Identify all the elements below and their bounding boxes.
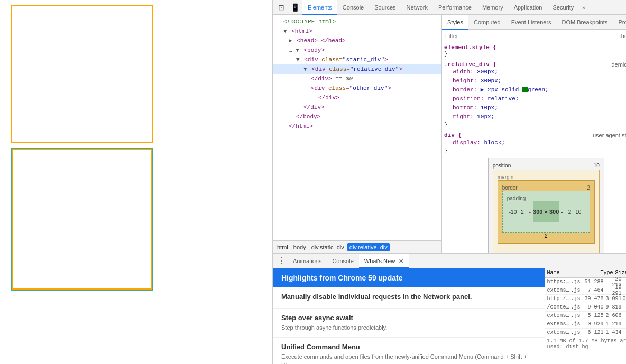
styles-panel: Styles Computed Event Listeners DOM Brea… xyxy=(442,15,626,253)
tab-console[interactable]: Console xyxy=(337,0,369,15)
relative-div-inner-highlight xyxy=(12,149,152,290)
tab-event-listeners[interactable]: Event Listeners xyxy=(506,15,557,30)
margin-bottom-val: - xyxy=(498,244,595,249)
html-line-close-other[interactable]: </div> xyxy=(273,93,441,102)
box-model-padding: padding - -10 2 - xyxy=(502,191,590,233)
whats-new-item-1: Manually disable individual requests in … xyxy=(273,287,545,309)
drawer-tab-animations[interactable]: Animations xyxy=(288,254,327,268)
elements-breadcrumb: html body div.static_div div.relative_di… xyxy=(273,240,441,253)
dom-tree[interactable]: <!DOCTYPE html> ▼ <html> ▶ <head>…</head… xyxy=(273,15,441,240)
html-line-relative-div[interactable]: ▼ <div class="relative_div"> xyxy=(273,64,441,74)
whats-new-desc-3: Execute commands and open files from the… xyxy=(281,353,536,364)
doctype-text: <!DOCTYPE html> xyxy=(283,18,336,25)
box-model-content: 300 × 300 xyxy=(533,201,559,222)
color-swatch-green xyxy=(522,87,528,92)
tab-styles[interactable]: Styles xyxy=(442,15,468,30)
whats-new-desc-2: Step through async functions predictably… xyxy=(281,324,536,332)
cursor-icon[interactable]: ⊡ xyxy=(275,1,288,14)
collapse-html-icon[interactable]: ▼ xyxy=(283,28,287,34)
drawer-tab-console[interactable]: Console xyxy=(327,254,358,268)
hov-label[interactable]: :hov xyxy=(620,33,626,39)
breadcrumb-static-div[interactable]: div.static_div xyxy=(309,243,346,251)
box-model-diagram: position -10 margin - xyxy=(488,158,604,253)
padding-right-num: - xyxy=(559,209,565,215)
breadcrumb-body[interactable]: body xyxy=(291,243,308,251)
html-line-static-div[interactable]: ▼ <div class="static_div"> xyxy=(273,55,441,64)
network-row-6: extensions://tes... .js 0 929 1 219 35.0… xyxy=(545,320,626,329)
prop-display: display: block; xyxy=(444,138,626,147)
html-line-close-static[interactable]: </div> xyxy=(273,102,441,112)
padding-left-num: - xyxy=(527,209,533,215)
elements-panel: <!DOCTYPE html> ▼ <html> ▶ <head>…</head… xyxy=(273,15,442,253)
devtools-menu-icon[interactable]: ⋮ xyxy=(622,1,626,14)
whats-new-item-2: Step over async await Step through async… xyxy=(273,309,545,338)
styles-filter-controls: :hov .cls + xyxy=(620,33,626,39)
html-line-other-div[interactable]: <div class="other_div"> xyxy=(273,83,441,93)
breadcrumb-html[interactable]: html xyxy=(275,243,290,251)
tab-application[interactable]: Application xyxy=(509,0,548,15)
html-line-close-html[interactable]: </html> xyxy=(273,122,441,131)
drawer-tab-whats-new[interactable]: What's New ✕ xyxy=(359,254,409,268)
element-style-selector: element.style { xyxy=(444,44,626,51)
box-model-position-row: position -10 xyxy=(493,163,600,169)
drawer-menu-icon[interactable]: ⋮ xyxy=(275,255,288,267)
border-label: border xyxy=(502,185,518,191)
prop-right: right: 10px; xyxy=(444,113,626,122)
html-line-close-body[interactable]: </body> xyxy=(273,112,441,122)
box-model-side-nums: -10 2 - 300 × 300 xyxy=(507,201,585,222)
tab-security[interactable]: Security xyxy=(547,0,579,15)
styles-filter-bar: :hov .cls + xyxy=(442,30,626,42)
html-line-body[interactable]: … ▼ <body> xyxy=(273,45,441,55)
collapse-head-icon[interactable]: ▶ xyxy=(289,38,292,44)
browser-viewport xyxy=(0,0,272,364)
style-rule-div-ua: div { user agent stylesheet display: blo… xyxy=(444,132,626,154)
network-side-panel: Name Type Size Time % https://cdn... .js… xyxy=(545,268,626,364)
html-line-head[interactable]: ▶ <head>…</head> xyxy=(273,36,441,45)
box-model-border: border 2 padding - xyxy=(498,180,595,244)
tab-properties[interactable]: Properties xyxy=(613,15,626,30)
tab-network[interactable]: Network xyxy=(401,0,433,15)
tab-memory[interactable]: Memory xyxy=(477,0,509,15)
html-line-html[interactable]: ▼ <html> xyxy=(273,26,441,36)
border-left-num: 2 xyxy=(519,209,526,215)
tab-performance[interactable]: Performance xyxy=(433,0,477,15)
tab-elements[interactable]: Elements xyxy=(302,0,337,15)
tab-more[interactable]: » xyxy=(579,0,588,15)
style-rule-element: element.style { } xyxy=(444,44,626,57)
html-line-doctype[interactable]: <!DOCTYPE html> xyxy=(273,17,441,26)
border-bottom-val: 2 xyxy=(502,233,590,239)
padding-label: padding xyxy=(507,195,526,201)
whats-new-title-2: Step over async await xyxy=(281,314,536,322)
collapse-relative-icon[interactable]: ▼ xyxy=(303,66,307,72)
devtools-drawer: ⋮ Animations Console What's New ✕ ✕ High… xyxy=(273,253,626,364)
style-origin-link[interactable]: demlo.html:16 xyxy=(611,61,626,68)
collapse-static-icon[interactable]: ▼ xyxy=(296,57,300,63)
position-val: -10 xyxy=(592,163,599,169)
collapse-body-icon[interactable]: ▼ xyxy=(296,47,299,53)
devtools-toolbar: ⊡ 📱 Elements Console Sources Network Per… xyxy=(273,0,626,15)
html-line-close-div-marker[interactable]: </div> == $0 xyxy=(273,74,441,83)
network-row-5: extensions://mo... .js 5 125 2 606 35.1 … xyxy=(545,312,626,320)
tab-sources[interactable]: Sources xyxy=(369,0,401,15)
box-model-outer: position -10 margin - xyxy=(488,158,604,253)
position-label: position xyxy=(493,163,511,169)
tab-dom-breakpoints[interactable]: DOM Breakpoints xyxy=(557,15,613,30)
devtools-split: <!DOCTYPE html> ▼ <html> ▶ <head>…</head… xyxy=(273,15,626,253)
prop-height: height: 300px; xyxy=(444,77,626,86)
network-row-4: /content_script_xr... .js 9 040 9 819 43… xyxy=(545,303,626,312)
border-val: 2 xyxy=(587,185,590,191)
prop-position: position: relative; xyxy=(444,95,626,104)
whats-new-item-3: Unified Command Menu Execute commands an… xyxy=(273,338,545,364)
styles-filter-input[interactable] xyxy=(445,33,618,39)
user-agent-label: user agent stylesheet xyxy=(593,132,626,138)
prop-width: width: 300px; xyxy=(444,68,626,77)
whats-new-close-icon[interactable]: ✕ xyxy=(399,258,403,264)
padding-dash: - xyxy=(583,195,585,201)
styles-content: element.style { } .relative_div { demlo.… xyxy=(442,42,626,253)
mobile-icon[interactable]: 📱 xyxy=(289,1,301,14)
tab-computed[interactable]: Computed xyxy=(468,15,506,30)
whats-new-panel: Highlights from Chrome 59 update Manuall… xyxy=(273,268,545,364)
static-div-highlight xyxy=(11,5,153,143)
breadcrumb-relative-div[interactable]: div.relative_div xyxy=(347,243,390,251)
devtools-top-tabs: Elements Console Sources Network Perform… xyxy=(302,0,621,15)
